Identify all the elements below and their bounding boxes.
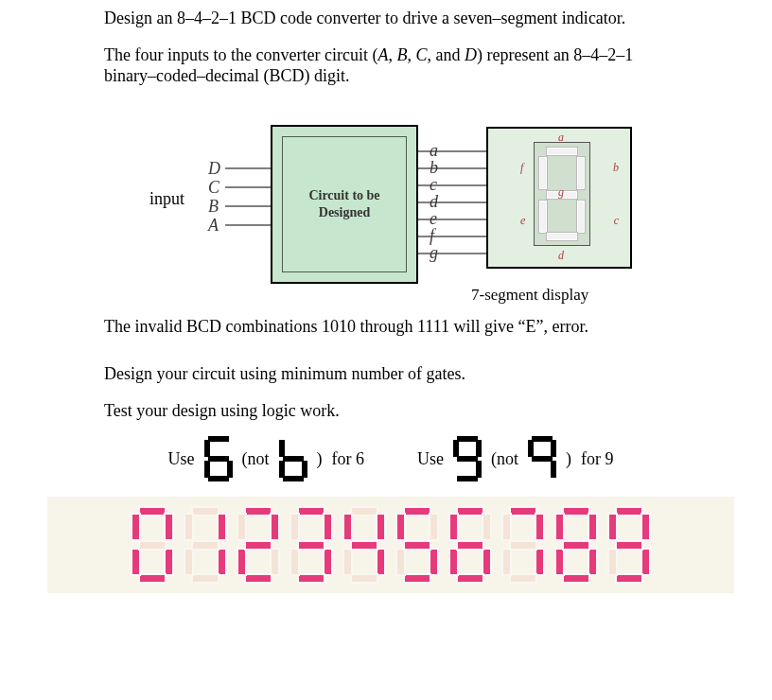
circuit-box: Circuit to beDesigned <box>271 125 418 284</box>
seven-seg-row <box>47 497 734 593</box>
paragraph-invalid: The invalid BCD combinations 1010 throug… <box>104 316 677 338</box>
digit-0 <box>129 504 176 586</box>
paragraph-title: Design an 8–4–2–1 BCD code converter to … <box>104 8 677 29</box>
seg-label-d: d <box>558 249 564 263</box>
use-nine: Use (not ) for 9 <box>417 436 614 481</box>
glyph-six-good <box>204 436 233 481</box>
seven-seg-panel: a b c d e f g <box>486 127 632 269</box>
glyph-nine-bad <box>528 436 556 481</box>
output-letters: a b c d e f g <box>430 142 438 261</box>
var-D: D <box>465 45 477 64</box>
seg-label-a: a <box>558 131 564 145</box>
inputs-label: input <box>149 189 184 209</box>
block-diagram: input D C B A Circuit to beDesigned a b … <box>149 102 632 303</box>
digit-7 <box>500 504 547 586</box>
glyph-six-bad <box>279 436 307 481</box>
not-close-2: ) <box>566 449 571 469</box>
input-B: B <box>208 197 220 216</box>
use-word-2: Use <box>417 449 444 469</box>
not-close-1: ) <box>317 449 323 469</box>
glyph-nine-good <box>453 436 482 481</box>
out-f: f <box>430 227 438 244</box>
input-letters: D C B A <box>208 159 220 235</box>
digit-9 <box>605 504 653 586</box>
output-wires <box>418 142 486 265</box>
use-glyph-line: Use (not ) for 6 Use (not ) for 9 <box>104 436 677 481</box>
seg-label-g: g <box>558 185 564 200</box>
use-word-1: Use <box>168 449 195 469</box>
seg-label-e: e <box>520 214 525 228</box>
out-b: b <box>430 159 438 176</box>
circuit-box-label: Circuit to beDesigned <box>272 186 416 220</box>
digit-6 <box>447 504 494 586</box>
out-e: e <box>430 210 438 227</box>
input-D: D <box>208 159 220 178</box>
out-c: c <box>430 176 438 193</box>
out-a: a <box>430 142 438 159</box>
digit-3 <box>288 504 335 586</box>
display-caption: 7-segment display <box>471 286 588 305</box>
for-nine: for 9 <box>581 449 614 469</box>
var-C: C <box>415 45 427 64</box>
digit-5 <box>394 504 441 586</box>
seg-label-b: b <box>613 161 619 175</box>
digit-4 <box>341 504 388 586</box>
var-A: A <box>377 45 388 64</box>
digit-8 <box>553 504 600 586</box>
out-g: g <box>430 244 438 261</box>
paragraph-test: Test your design using logic work. <box>104 400 677 422</box>
input-C: C <box>208 178 220 197</box>
not-open-1: (not <box>242 449 270 469</box>
for-six: for 6 <box>332 449 365 469</box>
paragraph-inputs: The four inputs to the converter circuit… <box>104 44 677 87</box>
var-B: B <box>396 45 407 64</box>
digit-1 <box>182 504 229 586</box>
paragraph-min-gates: Design your circuit using minimum number… <box>104 363 677 385</box>
not-open-2: (not <box>491 449 518 469</box>
para2a: The four inputs to the converter circuit… <box>104 45 377 64</box>
seg-label-c: c <box>614 214 619 228</box>
digit-2 <box>235 504 282 586</box>
input-wires <box>225 159 272 235</box>
input-A: A <box>208 216 220 235</box>
out-d: d <box>430 193 438 210</box>
seg-label-f: f <box>520 161 523 175</box>
use-six: Use (not ) for 6 <box>168 436 365 481</box>
